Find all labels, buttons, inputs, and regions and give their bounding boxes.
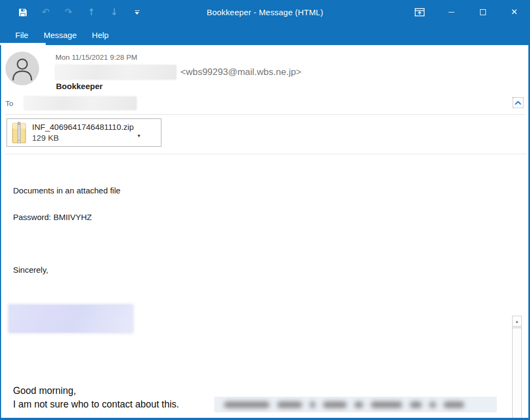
- body-paragraph-3: Sincerely,: [13, 265, 48, 274]
- move-up-icon[interactable]: ↑: [86, 8, 96, 17]
- minimize-icon[interactable]: [435, 0, 467, 24]
- sender-avatar[interactable]: [5, 52, 39, 85]
- to-label: To: [5, 99, 13, 108]
- quick-access-toolbar: ↶ ↷ ↑ ↓: [0, 8, 142, 17]
- sender-email[interactable]: <wbs99293@mail.wbs.ne.jp>: [180, 67, 301, 78]
- attachment-dropdown-icon[interactable]: ▾: [138, 127, 140, 139]
- titlebar: ↶ ↷ ↑ ↓ Bookkeeper - Message (HTML) ✕: [0, 0, 530, 24]
- customize-quick-access-icon[interactable]: [132, 8, 142, 17]
- close-icon[interactable]: ✕: [498, 0, 530, 24]
- signature-redacted: [9, 305, 133, 333]
- chevron-up-icon: [515, 101, 521, 105]
- collapse-header-button[interactable]: [513, 97, 523, 108]
- attachment-size: 129 KB: [32, 133, 59, 142]
- window-border-left: [0, 45, 1, 420]
- window-controls: ✕: [404, 0, 530, 24]
- scroll-up-icon[interactable]: ▲: [512, 316, 522, 327]
- person-icon: [5, 52, 39, 85]
- ribbon-display-options-icon[interactable]: [404, 0, 435, 24]
- attachment-filename: INF_4069641746481110.zip: [32, 122, 134, 131]
- zip-file-icon: [12, 122, 26, 143]
- sender-row: <wbs99293@mail.wbs.ne.jp>: [55, 65, 301, 79]
- body-paragraph-1: Documents in an attached file: [13, 186, 121, 195]
- message-body: Documents in an attached file Password: …: [1, 154, 528, 418]
- message-subject: Bookkeeper: [56, 82, 103, 91]
- move-down-icon[interactable]: ↓: [109, 8, 119, 17]
- message-header: Mon 11/15/2021 9:28 PM <wbs99293@mail.wb…: [1, 45, 528, 115]
- body-paragraph-2: Password: BMIIVYHZ: [13, 212, 92, 222]
- ribbon-tab-bar: File Message Help: [0, 24, 530, 45]
- scrollbar-thumb[interactable]: [512, 328, 522, 420]
- maximize-icon[interactable]: [467, 0, 498, 24]
- sender-name-redacted: [55, 65, 176, 79]
- message-date: Mon 11/15/2021 9:28 PM: [55, 53, 138, 61]
- tab-message[interactable]: Message: [36, 24, 84, 45]
- outlook-message-window: ↶ ↷ ↑ ↓ Bookkeeper - Message (HTML) ✕: [0, 0, 530, 420]
- body-closing-lines: Good morning, I am not sure who to conta…: [13, 384, 179, 411]
- attachment-section: INF_4069641746481110.zip 129 KB ▾: [1, 115, 528, 154]
- undo-icon[interactable]: ↶: [41, 8, 51, 17]
- window-border-bottom: [0, 418, 530, 420]
- body-closing-line: I am not sure who to contact about this.: [13, 399, 179, 410]
- attachment-tile[interactable]: INF_4069641746481110.zip 129 KB ▾: [7, 118, 161, 147]
- recipient-row: To: [5, 97, 136, 110]
- body-greeting: Good morning,: [13, 385, 76, 396]
- bottom-text-redacted: [214, 397, 497, 412]
- tab-help[interactable]: Help: [84, 24, 116, 45]
- save-icon[interactable]: [18, 8, 28, 17]
- tab-file[interactable]: File: [8, 24, 36, 45]
- attachment-meta: INF_4069641746481110.zip 129 KB: [32, 122, 134, 143]
- redo-icon[interactable]: ↷: [64, 8, 73, 17]
- vertical-scrollbar[interactable]: ▲ ▼: [512, 316, 522, 420]
- recipient-redacted: [24, 97, 136, 110]
